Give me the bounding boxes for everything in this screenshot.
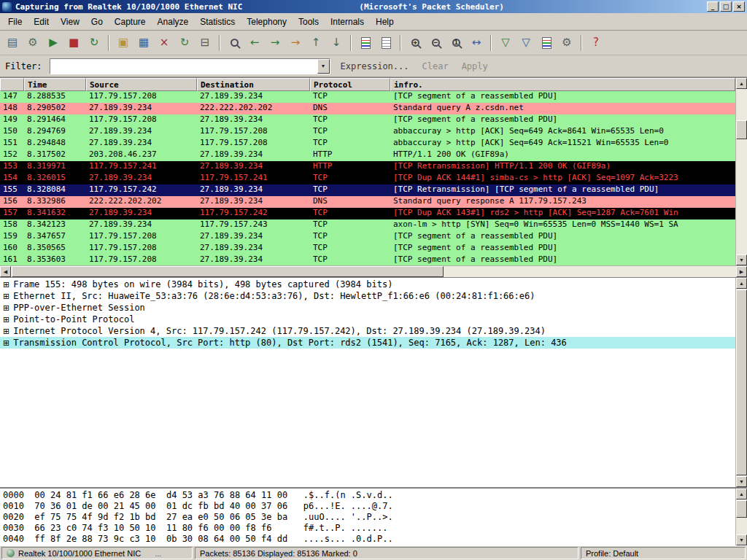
expander-icon[interactable]: ⊞ [3, 338, 9, 348]
expander-icon[interactable]: ⊞ [3, 327, 9, 336]
packet-cell-no: 150 [0, 126, 24, 138]
capture-restart-button[interactable]: ↻ [85, 34, 104, 52]
resize-columns-button[interactable]: ↔ [467, 34, 486, 52]
capture-start-button[interactable]: ▶ [44, 34, 63, 52]
close-button[interactable]: × [733, 1, 745, 12]
colorize-list-button[interactable] [356, 34, 375, 52]
open-file-button[interactable]: ▣ [114, 34, 133, 52]
close-file-button[interactable]: × [155, 34, 174, 52]
clear-button[interactable]: Clear [419, 60, 452, 73]
menu-item-help[interactable]: Help [370, 15, 400, 29]
column-header-protocol[interactable]: Protocol [310, 78, 390, 91]
packet-row[interactable]: 1548.32601527.189.39.234117.79.157.241TC… [0, 173, 735, 184]
packet-row[interactable]: 1588.34212327.189.39.234117.79.157.243TC… [0, 219, 735, 231]
menu-item-view[interactable]: View [55, 15, 85, 29]
detail-line[interactable]: ⊞Point-to-Point Protocol [0, 314, 735, 325]
scroll-right-button[interactable]: ▶ [736, 266, 747, 277]
zoom-100-button[interactable]: 1 [446, 34, 465, 52]
detail-line[interactable]: ⊞PPP-over-Ethernet Session [0, 302, 735, 314]
packet-list-scrollbar[interactable]: ▲ ▼ [735, 78, 747, 265]
details-scroll-thumb[interactable] [736, 289, 747, 475]
menu-item-telephony[interactable]: Telephony [241, 15, 293, 29]
menu-item-tools[interactable]: Tools [293, 15, 325, 29]
packet-row[interactable]: 1618.353603117.79.157.20827.189.39.234TC… [0, 254, 735, 265]
menu-item-analyze[interactable]: Analyze [152, 15, 195, 29]
hex-scroll-up-button[interactable]: ▲ [736, 489, 747, 499]
auto-scroll-button[interactable] [376, 34, 395, 52]
expression-button[interactable]: Expression... [338, 60, 412, 73]
details-scroll-down-button[interactable]: ▼ [736, 476, 747, 487]
menu-item-capture[interactable]: Capture [109, 15, 152, 29]
capture-options-button[interactable]: ⚙ [23, 34, 42, 52]
menu-item-internals[interactable]: Internals [325, 15, 370, 29]
goto-top-button[interactable]: ↑ [306, 34, 325, 52]
packet-row[interactable]: 1508.29476927.189.39.234117.79.157.208TC… [0, 126, 735, 138]
packet-row[interactable]: 1608.350565117.79.157.20827.189.39.234TC… [0, 243, 735, 254]
minimize-button[interactable]: _ [707, 1, 719, 12]
packet-row[interactable]: 1578.34163227.189.39.234117.79.157.242TC… [0, 208, 735, 219]
apply-button[interactable]: Apply [459, 60, 491, 73]
maximize-button[interactable]: □ [720, 1, 732, 12]
scroll-down-button[interactable]: ▼ [736, 254, 747, 265]
expander-icon[interactable]: ⊞ [3, 292, 9, 301]
preferences-button[interactable]: ⚙ [557, 34, 576, 52]
packet-row[interactable]: 1488.29050227.189.39.234222.222.202.202D… [0, 103, 735, 114]
coloring-rules-button[interactable] [537, 34, 556, 52]
column-header-time[interactable]: Time [24, 78, 86, 91]
capture-stop-button[interactable]: ■ [64, 34, 83, 52]
save-file-button[interactable]: ▦ [134, 34, 153, 52]
filter-dropdown-button[interactable]: ▼ [317, 59, 330, 74]
detail-line[interactable]: ⊞Internet Protocol Version 4, Src: 117.7… [0, 325, 735, 337]
expander-icon[interactable]: ⊞ [3, 303, 9, 313]
menu-item-file[interactable]: File [2, 15, 28, 29]
packet-cell-source: 27.189.39.234 [86, 219, 197, 231]
hex-scroll-down-button[interactable]: ▼ [736, 534, 747, 545]
help-button[interactable]: ? [587, 34, 605, 52]
column-header-source[interactable]: Source [86, 78, 197, 91]
details-scrollbar[interactable]: ▲ ▼ [735, 278, 747, 487]
detail-line[interactable]: ⊞Frame 155: 498 bytes on wire (3984 bits… [0, 279, 735, 290]
packet-row[interactable]: 1478.288535117.79.157.20827.189.39.234TC… [0, 91, 735, 103]
expander-icon[interactable]: ⊞ [3, 315, 9, 324]
scroll-left-button[interactable]: ◀ [0, 266, 11, 277]
scroll-thumb[interactable] [736, 120, 747, 139]
display-filters-button[interactable]: ▽ [516, 34, 535, 52]
reload-file-button[interactable]: ↻ [175, 34, 194, 52]
packet-cell-protocol: TCP [310, 138, 390, 149]
packet-cell-no: 155 [0, 184, 24, 196]
column-header-no[interactable] [0, 78, 24, 91]
print-button[interactable]: ⊟ [196, 34, 214, 52]
menu-item-statistics[interactable]: Statistics [194, 15, 241, 29]
scroll-up-button[interactable]: ▲ [736, 78, 747, 89]
hex-scroll-thumb[interactable] [736, 500, 747, 518]
detail-text: PPP-over-Ethernet Session [13, 303, 145, 313]
goto-bottom-button[interactable]: ↓ [327, 34, 346, 52]
list-interfaces-button[interactable]: ▤ [3, 34, 22, 52]
packet-row[interactable]: 1518.29484827.189.39.234117.79.157.208TC… [0, 138, 735, 149]
details-scroll-up-button[interactable]: ▲ [736, 278, 747, 289]
menu-item-go[interactable]: Go [85, 15, 109, 29]
goto-packet-button[interactable]: → [286, 34, 305, 52]
column-header-destination[interactable]: Destination [197, 78, 310, 91]
packet-row[interactable]: 1498.291464117.79.157.20827.189.39.234TC… [0, 114, 735, 126]
packet-row[interactable]: 1528.317502203.208.46.23727.189.39.234HT… [0, 149, 735, 161]
go-forward-button[interactable]: → [266, 34, 285, 52]
go-back-button[interactable]: ← [245, 34, 264, 52]
hscroll-thumb[interactable] [12, 266, 444, 277]
detail-line[interactable]: ⊞Ethernet II, Src: HuaweiTe_53:a3:76 (28… [0, 290, 735, 302]
filter-input[interactable] [50, 59, 317, 74]
expander-icon[interactable]: ⊞ [3, 280, 9, 289]
column-header-info[interactable]: infro. [390, 78, 735, 91]
zoom-in-button[interactable]: + [406, 34, 425, 52]
find-packet-button[interactable] [225, 34, 244, 52]
packet-row[interactable]: 1558.328084117.79.157.24227.189.39.234TC… [0, 184, 735, 196]
menu-item-edit[interactable]: Edit [28, 15, 55, 29]
zoom-out-button[interactable]: − [426, 34, 445, 52]
packet-row[interactable]: 1598.347657117.79.157.20827.189.39.234TC… [0, 231, 735, 243]
packet-list-hscrollbar[interactable]: ◀ ▶ [0, 265, 747, 277]
hex-scrollbar[interactable]: ▲ ▼ [735, 489, 747, 545]
capture-filters-button[interactable]: ▽ [496, 34, 515, 52]
detail-line[interactable]: ⊞Transmission Control Protocol, Src Port… [0, 337, 735, 349]
packet-row[interactable]: 1538.319971117.79.157.24127.189.39.234HT… [0, 161, 735, 173]
packet-row[interactable]: 1568.332986222.222.202.20227.189.39.234D… [0, 196, 735, 208]
